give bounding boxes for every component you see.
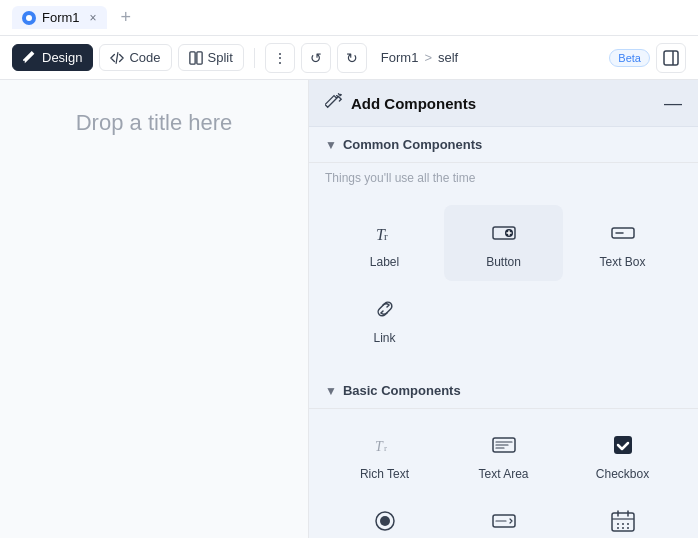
basic-components-header[interactable]: ▼ Basic Components <box>309 373 698 409</box>
toolbar: Design Code Split ⋮ ↺ ↻ Form1 > self Bet… <box>0 36 698 80</box>
tab-label: Form1 <box>42 10 80 25</box>
svg-point-28 <box>617 523 619 525</box>
design-button[interactable]: Design <box>12 44 93 71</box>
layout-toggle-button[interactable] <box>656 43 686 73</box>
checkbox-icon <box>607 429 639 461</box>
beta-badge: Beta <box>609 49 650 67</box>
wand-icon <box>325 92 343 114</box>
more-button[interactable]: ⋮ <box>265 43 295 73</box>
panel-title: Add Components <box>351 95 476 112</box>
link-component-label: Link <box>373 331 395 345</box>
rich-text-component-label: Rich Text <box>360 467 409 481</box>
common-components-grid: Tr Label Button <box>309 197 698 373</box>
svg-text:r: r <box>384 443 387 453</box>
common-components-section: ▼ Common Components Things you'll use al… <box>309 127 698 373</box>
form-tab[interactable]: Form1 × <box>12 6 107 29</box>
main-area: Drop a title here Add Components — ▼ Com… <box>0 80 698 538</box>
label-icon: Tr <box>369 217 401 249</box>
svg-point-31 <box>617 527 619 529</box>
button-component-label: Button <box>486 255 521 269</box>
svg-rect-19 <box>614 436 632 454</box>
svg-rect-2 <box>664 51 678 65</box>
design-icon <box>23 51 37 65</box>
code-button[interactable]: Code <box>99 44 171 71</box>
panel-header-title-group: Add Components <box>325 92 476 114</box>
text-box-component-label: Text Box <box>599 255 645 269</box>
toolbar-separator-1 <box>254 48 255 68</box>
side-panel: Add Components — ▼ Common Components Thi… <box>308 80 698 538</box>
component-dropdown[interactable]: Dropdown <box>444 493 563 538</box>
svg-text:r: r <box>384 230 388 242</box>
component-rich-text[interactable]: T r Rich Text <box>325 417 444 493</box>
text-area-component-label: Text Area <box>478 467 528 481</box>
component-button[interactable]: Button <box>444 205 563 281</box>
split-button[interactable]: Split <box>178 44 244 71</box>
code-icon <box>110 51 124 65</box>
basic-chevron-icon: ▼ <box>325 384 337 398</box>
component-date-picker[interactable]: Date Picker <box>563 493 682 538</box>
button-icon <box>488 217 520 249</box>
common-description: Things you'll use all the time <box>309 163 698 197</box>
canvas-placeholder: Drop a title here <box>76 110 233 136</box>
svg-point-21 <box>380 516 390 526</box>
dropdown-icon <box>488 505 520 537</box>
layout-icon <box>663 50 679 66</box>
rich-text-icon: T r <box>369 429 401 461</box>
svg-point-32 <box>622 527 624 529</box>
breadcrumb-arrow: > <box>424 50 432 65</box>
link-icon <box>369 293 401 325</box>
split-icon <box>189 51 203 65</box>
label-component-label: Label <box>370 255 399 269</box>
common-chevron-icon: ▼ <box>325 138 337 152</box>
close-tab-button[interactable]: × <box>90 11 97 25</box>
checkbox-component-label: Checkbox <box>596 467 649 481</box>
svg-point-29 <box>622 523 624 525</box>
common-components-label: Common Components <box>343 137 482 152</box>
undo-button[interactable]: ↺ <box>301 43 331 73</box>
svg-rect-0 <box>189 51 194 63</box>
svg-point-4 <box>339 94 341 96</box>
component-label[interactable]: Tr Label <box>325 205 444 281</box>
tab-icon <box>22 11 36 25</box>
basic-components-section: ▼ Basic Components T r Rich Text <box>309 373 698 538</box>
svg-rect-1 <box>196 51 201 63</box>
component-link[interactable]: Link <box>325 281 444 357</box>
common-components-header[interactable]: ▼ Common Components <box>309 127 698 163</box>
svg-point-33 <box>627 527 629 529</box>
radio-button-icon <box>369 505 401 537</box>
redo-button[interactable]: ↻ <box>337 43 367 73</box>
canvas[interactable]: Drop a title here <box>0 80 308 538</box>
basic-components-grid: T r Rich Text <box>309 409 698 538</box>
panel-header: Add Components — <box>309 80 698 127</box>
svg-text:T: T <box>375 439 384 454</box>
text-area-icon <box>488 429 520 461</box>
text-box-icon <box>607 217 639 249</box>
date-picker-icon <box>607 505 639 537</box>
add-tab-button[interactable]: + <box>115 7 138 28</box>
breadcrumb: Form1 > self <box>381 50 458 65</box>
component-radio-button[interactable]: Radio Button <box>325 493 444 538</box>
title-bar: Form1 × + <box>0 0 698 36</box>
svg-point-30 <box>627 523 629 525</box>
component-text-area[interactable]: Text Area <box>444 417 563 493</box>
collapse-button[interactable]: — <box>664 93 682 114</box>
component-checkbox[interactable]: Checkbox <box>563 417 682 493</box>
component-text-box[interactable]: Text Box <box>563 205 682 281</box>
basic-components-label: Basic Components <box>343 383 461 398</box>
